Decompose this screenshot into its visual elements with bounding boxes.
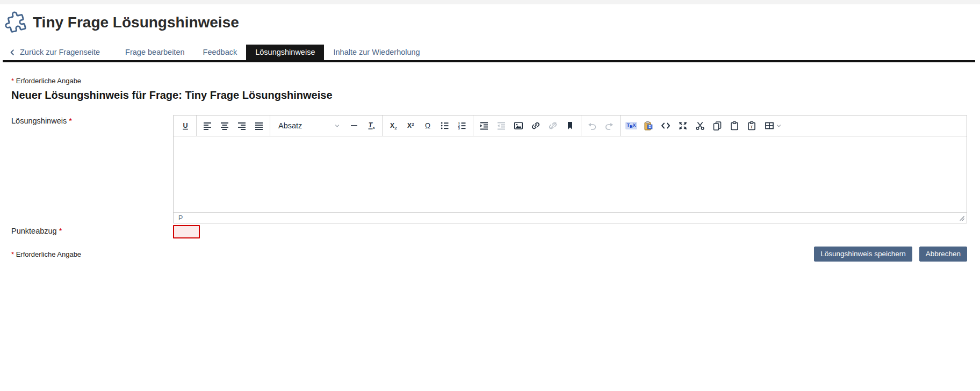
- required-note-text: Erforderliche Angabe: [16, 250, 81, 258]
- table-icon: [764, 120, 775, 131]
- top-strip: [0, 0, 980, 4]
- link-icon: [530, 120, 541, 131]
- indent-button[interactable]: [476, 118, 492, 134]
- align-right-button[interactable]: [234, 118, 250, 134]
- undo-icon: [587, 120, 597, 131]
- svg-text:2: 2: [412, 122, 414, 127]
- toolbar-group: U: [175, 115, 197, 136]
- form-footer: * Erforderliche Angabe Lösungshinweis sp…: [11, 247, 967, 262]
- required-asterisk: *: [11, 77, 14, 85]
- page-header: Tiny Frage Lösungshinweise: [0, 4, 980, 39]
- clear-formatting-icon: Tx: [366, 120, 377, 131]
- toolbar-group: X2X2Ω123: [383, 115, 473, 136]
- form-buttons: Lösungshinweis speichern Abbrechen: [814, 247, 967, 262]
- resize-handle-icon[interactable]: [958, 214, 965, 221]
- fullscreen-icon: [678, 120, 688, 131]
- paste-icon: [729, 120, 740, 131]
- ordered-list-button[interactable]: 123: [454, 118, 470, 134]
- chevron-left-icon: [9, 49, 16, 56]
- superscript-icon: X2: [405, 120, 416, 131]
- main-content: * Erforderliche Angabe Neuer Lösungshinw…: [0, 62, 980, 262]
- anchor-button[interactable]: [562, 118, 578, 134]
- align-justify-icon: [254, 120, 264, 131]
- richtext-editor-body[interactable]: [174, 136, 967, 212]
- unordered-list-button[interactable]: [437, 118, 453, 134]
- subscript-button[interactable]: X2: [385, 118, 401, 134]
- chevron-down-icon: [775, 122, 782, 129]
- format-select[interactable]: Absatz: [274, 118, 344, 134]
- horizontal-rule-icon: [349, 120, 359, 131]
- format-select-value: Absatz: [278, 121, 302, 130]
- clear-formatting-button[interactable]: Tx: [363, 118, 379, 134]
- toolbar-group: AbsatzTx: [270, 115, 383, 136]
- ordered-list-icon: 123: [457, 120, 467, 131]
- tab-feedback[interactable]: Feedback: [194, 45, 247, 60]
- indent-icon: [479, 120, 489, 131]
- hint-form: Lösungshinweis * UAbsatzTxX2X2Ω123TEXΣT …: [11, 115, 967, 238]
- toolbar-group: [197, 115, 270, 136]
- toolbar-group: TEXΣT: [621, 115, 788, 136]
- copy-icon: [712, 120, 723, 131]
- link-button[interactable]: [528, 118, 544, 134]
- svg-text:3: 3: [458, 127, 460, 130]
- page-title: Tiny Frage Lösungshinweise: [33, 14, 239, 31]
- tex-button[interactable]: TEX: [623, 118, 639, 134]
- align-justify-button[interactable]: [251, 118, 267, 134]
- underline-icon: U: [180, 120, 191, 131]
- outdent-icon: [496, 120, 507, 131]
- paste-button[interactable]: [726, 118, 743, 134]
- field-row-loesungshinweis: Lösungshinweis * UAbsatzTxX2X2Ω123TEXΣT …: [11, 115, 967, 223]
- save-hint-button[interactable]: Lösungshinweis speichern: [814, 247, 912, 262]
- punkteabzug-label: Punkteabzug *: [11, 225, 173, 238]
- svg-text:2: 2: [394, 126, 397, 131]
- svg-text:x: x: [373, 126, 375, 129]
- tab-frage-bearbeiten[interactable]: Frage bearbeiten: [116, 45, 193, 60]
- source-code-icon: [660, 120, 671, 131]
- form-heading: Neuer Lösungshinweis für Frage: Tiny Fra…: [11, 89, 967, 102]
- required-note-text: Erforderliche Angabe: [16, 77, 81, 85]
- align-right-icon: [236, 120, 247, 131]
- table-button[interactable]: [761, 118, 786, 134]
- richtext-editor: UAbsatzTxX2X2Ω123TEXΣT P: [173, 115, 967, 223]
- toolbar-group: [473, 115, 581, 136]
- special-character-icon: Ω: [422, 120, 433, 131]
- chevron-down-icon: [334, 122, 341, 129]
- paste-text-icon: T: [746, 120, 757, 131]
- svg-text:U: U: [183, 122, 188, 129]
- required-asterisk: *: [59, 227, 62, 235]
- required-note-top: * Erforderliche Angabe: [11, 77, 967, 85]
- cancel-button[interactable]: Abbrechen: [919, 247, 967, 262]
- paste-text-button[interactable]: T: [744, 118, 760, 134]
- tab-inhalte-zur-wiederholung[interactable]: Inhalte zur Wiederholung: [324, 45, 429, 60]
- tab-loesungshinweise[interactable]: Lösungshinweise: [246, 45, 324, 60]
- align-left-button[interactable]: [199, 118, 215, 134]
- svg-text:Σ: Σ: [649, 125, 651, 128]
- horizontal-rule-button[interactable]: [346, 118, 362, 134]
- punkteabzug-input[interactable]: [173, 225, 200, 238]
- editor-statusbar: P: [174, 212, 967, 223]
- underline-button[interactable]: U: [177, 118, 193, 134]
- image-icon: [513, 120, 524, 131]
- paste-math-button[interactable]: Σ: [640, 118, 657, 134]
- align-center-icon: [219, 120, 230, 131]
- element-path-item[interactable]: P: [178, 214, 183, 222]
- svg-text:T: T: [751, 125, 753, 129]
- cut-button[interactable]: [692, 118, 708, 134]
- back-to-question-page-link[interactable]: Zurück zur Fragenseite: [3, 45, 109, 60]
- source-code-button[interactable]: [658, 118, 674, 134]
- image-button[interactable]: [510, 118, 527, 134]
- tab-bar: Zurück zur Fragenseite Frage bearbeitenF…: [3, 45, 975, 62]
- cut-icon: [695, 120, 705, 131]
- field-row-punkteabzug: Punkteabzug *: [11, 225, 967, 238]
- paste-math-icon: Σ: [643, 120, 654, 131]
- redo-button: [601, 118, 617, 134]
- fullscreen-button[interactable]: [675, 118, 691, 134]
- superscript-button[interactable]: X2: [402, 118, 419, 134]
- align-left-icon: [202, 120, 213, 131]
- tex-icon: TEX: [625, 122, 638, 129]
- copy-button[interactable]: [709, 118, 725, 134]
- align-center-button[interactable]: [217, 118, 233, 134]
- subscript-icon: X2: [388, 120, 399, 131]
- special-character-button[interactable]: Ω: [420, 118, 436, 134]
- outdent-button: [493, 118, 509, 134]
